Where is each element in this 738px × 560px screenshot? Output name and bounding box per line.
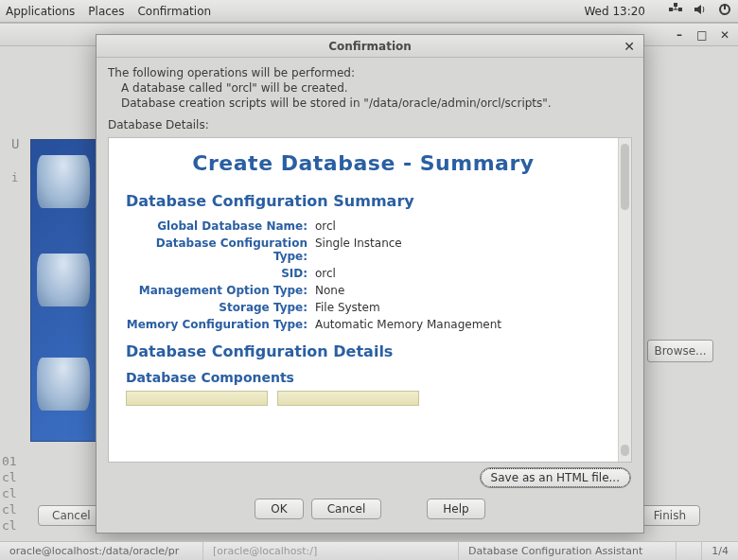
summary-row: Memory Configuration Type: Automatic Mem… xyxy=(126,318,601,331)
summary-report: Create Database - Summary Database Confi… xyxy=(109,138,618,462)
report-scrollbar[interactable] xyxy=(618,138,631,462)
bottom-taskbar: oracle@localhost:/data/oracle/pr [oracle… xyxy=(0,541,738,560)
summary-row: Management Option Type: None xyxy=(126,284,601,297)
summary-value: None xyxy=(315,284,344,297)
ok-button[interactable]: OK xyxy=(255,499,303,519)
workspace-indicator[interactable]: 1/4 xyxy=(701,542,738,560)
summary-key: Database Configuration Type: xyxy=(126,236,315,263)
intro-line: A database called "orcl" will be created… xyxy=(108,80,632,96)
bg-text: i xyxy=(11,171,18,184)
intro-line: The following operations will be perform… xyxy=(108,66,355,79)
summary-key: Management Option Type: xyxy=(126,284,315,297)
summary-row: Global Database Name: orcl xyxy=(126,219,601,233)
power-icon[interactable] xyxy=(717,2,732,20)
wizard-finish-button[interactable]: Finish xyxy=(640,505,700,526)
svg-rect-4 xyxy=(724,4,726,9)
components-boxes xyxy=(126,391,601,406)
scrollbar-thumb[interactable] xyxy=(621,144,629,210)
summary-value: orcl xyxy=(315,267,336,280)
panel-active-app[interactable]: Confirmation xyxy=(137,5,211,18)
network-icon[interactable] xyxy=(668,2,683,20)
volume-icon[interactable] xyxy=(693,2,708,20)
report-section-heading: Database Configuration Details xyxy=(126,342,601,360)
summary-key: Memory Configuration Type: xyxy=(126,318,315,331)
dialog-titlebar: Confirmation ✕ xyxy=(97,35,643,58)
cancel-button[interactable]: Cancel xyxy=(311,499,382,519)
browse-button[interactable]: Browse... xyxy=(647,340,713,362)
panel-applications[interactable]: Applications xyxy=(6,5,75,18)
summary-row: SID: orcl xyxy=(126,267,601,280)
panel-places[interactable]: Places xyxy=(88,5,124,18)
maximize-button[interactable]: □ xyxy=(694,27,710,43)
help-button[interactable]: Help xyxy=(427,499,484,519)
summary-value: File System xyxy=(315,301,380,314)
summary-row: Database Configuration Type: Single Inst… xyxy=(126,236,601,263)
wizard-sidebar-graphic xyxy=(30,139,97,442)
summary-key: Global Database Name: xyxy=(126,219,315,233)
taskbar-item[interactable]: oracle@localhost:/data/oracle/pr xyxy=(0,542,203,560)
dialog-title: Confirmation xyxy=(328,40,412,53)
save-html-button[interactable]: Save as an HTML file... xyxy=(481,468,630,487)
summary-value: Single Instance xyxy=(315,236,402,263)
taskbar-item[interactable]: Database Configuration Assistant xyxy=(459,542,676,560)
details-label: Database Details: xyxy=(108,118,632,131)
summary-value: Automatic Memory Management xyxy=(315,318,501,331)
desktop-panel: Applications Places Confirmation Wed 13:… xyxy=(0,0,738,23)
dialog-intro: The following operations will be perform… xyxy=(108,65,632,111)
close-button[interactable]: ✕ xyxy=(717,27,732,43)
dialog-close-button[interactable]: ✕ xyxy=(621,38,638,55)
taskbar-item[interactable]: [oracle@localhost:/] xyxy=(203,542,459,560)
report-title: Create Database - Summary xyxy=(126,151,601,175)
report-section-heading: Database Configuration Summary xyxy=(126,192,601,210)
summary-row: Storage Type: File System xyxy=(126,301,601,314)
scrollbar-thumb[interactable] xyxy=(621,445,629,456)
bg-text: U xyxy=(11,136,19,151)
panel-clock: Wed 13:20 xyxy=(584,5,645,18)
report-subsection-heading: Database Components xyxy=(126,370,601,385)
intro-line: Database creation scripts will be stored… xyxy=(108,96,632,111)
summary-value: orcl xyxy=(315,219,336,233)
summary-key: Storage Type: xyxy=(126,301,315,314)
confirmation-dialog: Confirmation ✕ The following operations … xyxy=(96,34,644,534)
report-frame: Create Database - Summary Database Confi… xyxy=(108,137,632,463)
minimize-button[interactable]: – xyxy=(672,27,687,43)
dialog-button-row: OK Cancel Help xyxy=(108,493,632,527)
summary-key: SID: xyxy=(126,267,315,280)
